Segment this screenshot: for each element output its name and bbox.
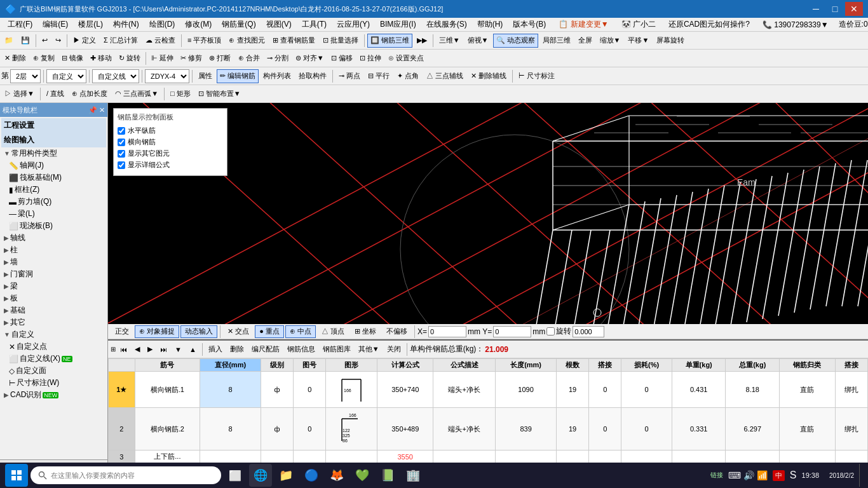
pick-component-button[interactable]: 拾取构件	[295, 69, 330, 83]
taskbar-search-input[interactable]	[51, 471, 214, 479]
y-coord-input[interactable]	[493, 326, 531, 337]
rotate-checkbox[interactable]	[546, 327, 555, 336]
menu-view[interactable]: 视图(V)	[261, 18, 297, 31]
sidebar-group-axisline[interactable]: ▶ 轴线	[1, 232, 106, 244]
summary-button[interactable]: Σ 汇总计算	[100, 34, 141, 48]
menu-modify[interactable]: 修改(M)	[180, 18, 217, 31]
parallel-button[interactable]: ⊟ 平行	[365, 69, 393, 83]
app4-icon[interactable]: 🦊	[325, 464, 348, 487]
sidebar-item-beam[interactable]: — 梁(L)	[1, 208, 106, 220]
ortho-button[interactable]: 正交	[111, 325, 133, 338]
rotate-input[interactable]	[573, 326, 604, 337]
sidebar-group-walls[interactable]: ▶ 墙	[1, 256, 106, 268]
maximize-button[interactable]: □	[826, 2, 844, 16]
menu-bim[interactable]: BIM应用(I)	[375, 18, 421, 31]
show-formula-checkbox[interactable]	[118, 161, 125, 169]
sidebar-item-custom-line[interactable]: ⬜ 自定义线(X) NE	[1, 353, 106, 365]
menu-file[interactable]: 工程(F)	[3, 18, 37, 31]
transverse-rebar-checkbox[interactable]	[118, 139, 125, 146]
point-extend-button[interactable]: ⊕ 点加长度	[69, 87, 111, 101]
undo-button[interactable]: ↩	[39, 34, 51, 48]
close-button[interactable]: ✕	[845, 2, 863, 16]
sidebar-group-common[interactable]: ▼ 常用构件类型	[1, 147, 106, 159]
rect-button[interactable]: □ 矩形	[167, 87, 194, 101]
nav-down[interactable]: ▼	[172, 342, 185, 356]
top-view-dropdown[interactable]: 俯视▼	[465, 34, 492, 48]
menu-tools[interactable]: 工具(T)	[297, 18, 332, 31]
sidebar-item-axis[interactable]: 📏 轴网(J)	[1, 159, 106, 172]
open-button[interactable]: 📁	[1, 34, 17, 48]
menu-cad-help[interactable]: 还原CAD图元如何操作?	[663, 18, 755, 31]
rebar-info-button[interactable]: 钢筋信息	[284, 342, 318, 356]
sidebar-item-custom-face[interactable]: ◇ 自定义面	[1, 365, 106, 377]
sidebar-item-dimension[interactable]: ⊢ 尺寸标注(W)	[1, 377, 106, 389]
rebar-library-button[interactable]: 钢筋图库	[320, 342, 354, 356]
sidebar-item-cad-input[interactable]: 绘图输入	[1, 133, 106, 147]
menu-phone[interactable]: 📞 13907298339▼	[757, 19, 834, 30]
sidebar-group-custom[interactable]: ▼ 自定义	[1, 329, 106, 341]
no-offset-snap[interactable]: 不偏移	[382, 325, 412, 338]
merge-button[interactable]: ⊕ 合并	[235, 51, 263, 65]
center-snap[interactable]: ⊕ 中点	[285, 325, 316, 338]
sidebar-group-others[interactable]: ▶ 其它	[1, 316, 106, 329]
split-button[interactable]: ⊸ 分割	[264, 51, 292, 65]
menu-edit[interactable]: 编辑(E)	[37, 18, 73, 31]
menu-new-change[interactable]: 📋 新建变更▼	[553, 18, 613, 31]
menu-guangxiao[interactable]: 🐼 广小二	[616, 18, 661, 31]
sogou-icon[interactable]: S	[790, 470, 797, 481]
stretch-button[interactable]: ⊡ 拉伸	[356, 51, 384, 65]
app3-icon[interactable]: 🔵	[300, 464, 323, 487]
nav-prev[interactable]: ◀	[132, 342, 143, 356]
offset-button[interactable]: ⊡ 偏移	[328, 51, 356, 65]
dynamic-observe-button[interactable]: 🔍 动态观察	[493, 34, 538, 48]
nav-first[interactable]: ⏮	[117, 342, 130, 356]
menu-draw[interactable]: 绘图(D)	[144, 18, 180, 31]
explorer-icon[interactable]: 📁	[275, 464, 297, 487]
show-desktop-button[interactable]	[859, 464, 863, 487]
dimension-button[interactable]: ⊢ 尺寸标注	[515, 69, 558, 83]
fullscreen-button[interactable]: 全屏	[575, 34, 595, 48]
copy-button[interactable]: ⊕ 复制	[30, 51, 58, 65]
coord-snap[interactable]: ⊞ 坐标	[350, 325, 381, 338]
menu-version[interactable]: 版本号(B)	[508, 18, 551, 31]
angle-point-button[interactable]: ✦ 点角	[394, 69, 422, 83]
mirror-button[interactable]: ⊟ 镜像	[58, 51, 86, 65]
batch-select-button[interactable]: ⊡ 批量选择	[320, 34, 362, 48]
intersection-snap[interactable]: ✕ 交点	[223, 325, 254, 338]
cloud-check-button[interactable]: ☁ 云检查	[142, 34, 179, 48]
x-coord-input[interactable]	[428, 326, 466, 337]
menu-online[interactable]: 在线服务(S)	[421, 18, 472, 31]
smart-layout-dropdown[interactable]: ⊡ 智能布置▼	[195, 87, 244, 101]
sidebar-item-raft[interactable]: ⬛ 筏板基础(M)	[1, 172, 106, 184]
menu-coins[interactable]: 造价豆:0	[834, 18, 868, 31]
menu-help[interactable]: 帮助(H)	[472, 18, 508, 31]
close-table-button[interactable]: 关闭	[384, 342, 404, 356]
sidebar-collapse-icon[interactable]: 📌 ✕	[88, 106, 105, 114]
midpoint-snap[interactable]: ● 重点	[255, 325, 284, 338]
minimize-button[interactable]: ─	[807, 2, 825, 16]
floor-dropdown[interactable]: 2层	[10, 69, 41, 83]
table-row[interactable]: 2 横向钢筋.2 8 ф 0 122	[109, 408, 868, 451]
sidebar-group-foundation[interactable]: ▶ 基础	[1, 304, 106, 316]
insert-row-button[interactable]: 插入	[205, 342, 226, 356]
app7-icon[interactable]: 🏢	[402, 464, 424, 487]
task-view-button[interactable]: ⬜	[224, 464, 247, 487]
rebar-option-show-elements[interactable]: 显示其它图元	[118, 149, 223, 158]
sidebar-item-column[interactable]: ▮ 框柱(Z)	[1, 184, 106, 196]
rebar-option-show-formula[interactable]: 显示详细公式	[118, 160, 223, 170]
level-top-button[interactable]: ≡ 平齐板顶	[184, 34, 224, 48]
align-dropdown[interactable]: ⊜ 对齐▼	[292, 51, 327, 65]
more-button[interactable]: ▶▶	[414, 34, 430, 48]
line-dropdown[interactable]: 自定义线	[92, 69, 139, 83]
partial-3d-button[interactable]: 局部三维	[539, 34, 574, 48]
delete-row-button[interactable]: 删除	[227, 342, 247, 356]
sidebar-group-beams[interactable]: ▶ 梁	[1, 280, 106, 292]
rebar-option-transverse[interactable]: 横向钢筋	[118, 137, 223, 147]
view-rebar-button[interactable]: ⊞ 查看钢筋量	[269, 34, 318, 48]
redo-button[interactable]: ↪	[52, 34, 64, 48]
save-button[interactable]: 💾	[18, 34, 33, 48]
nav-next[interactable]: ▶	[144, 342, 156, 356]
app6-icon[interactable]: 📗	[376, 464, 399, 487]
dynamic-input-button[interactable]: 动态输入	[180, 325, 217, 338]
find-element-button[interactable]: ⊕ 查找图元	[226, 34, 268, 48]
